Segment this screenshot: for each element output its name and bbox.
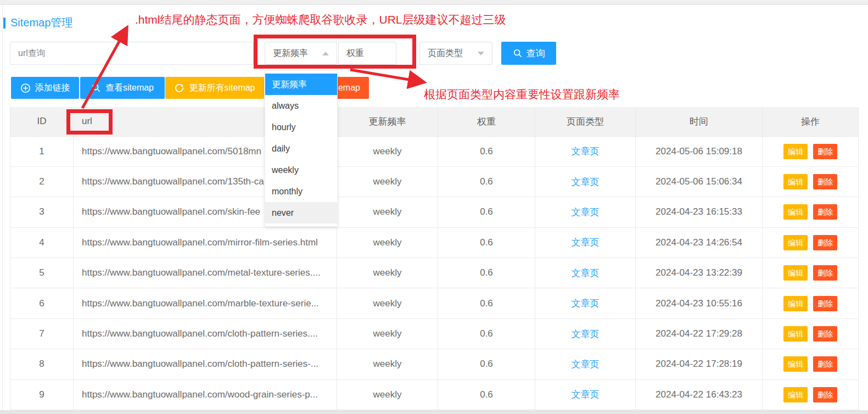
table-row: 6https://www.bangtuowallpanel.com/marble… <box>10 288 859 318</box>
table-header-row: IDurl更新频率权重页面类型时间操作 <box>10 107 859 136</box>
page-type-link[interactable]: 文章页 <box>572 237 600 248</box>
cell-weight: 0.6 <box>438 318 535 349</box>
frequency-dropdown: 更新频率alwayshourlydailyweeklymonthlynever <box>265 70 338 227</box>
cell-pagetype: 文章页 <box>535 136 636 166</box>
weight-select-label: 权重 <box>346 48 388 59</box>
cell-weight: 0.6 <box>438 136 535 166</box>
cell-weight: 0.6 <box>438 288 535 318</box>
weight-select[interactable]: 权重 <box>338 42 396 65</box>
dropdown-option[interactable]: 更新频率 <box>265 74 337 95</box>
cell-id: 7 <box>10 318 74 349</box>
search-icon <box>513 48 523 58</box>
cell-frequency: weekly <box>337 379 438 410</box>
page-type-link[interactable]: 文章页 <box>572 177 600 187</box>
title-accent-bar <box>3 18 5 29</box>
top-frame-strip <box>0 0 868 5</box>
add-link-label: 添加链接 <box>35 82 70 94</box>
cell-actions: 编辑删除 <box>763 136 859 166</box>
frequency-select[interactable]: 更新频率 <box>265 42 337 65</box>
dropdown-option[interactable]: never <box>265 202 337 223</box>
dropdown-option[interactable]: hourly <box>265 116 337 138</box>
cell-url: https://www.bangtuowallpanel.com/mirror-… <box>74 227 337 258</box>
table-row: 4https://www.bangtuowallpanel.com/mirror… <box>10 227 859 258</box>
query-button-label: 查询 <box>527 47 545 60</box>
cell-time: 2024-04-22 17:29:28 <box>636 318 763 349</box>
delete-button[interactable]: 删除 <box>813 326 837 342</box>
edit-button[interactable]: 编辑 <box>783 296 808 311</box>
plus-circle-icon <box>20 83 31 93</box>
pagetype-select[interactable]: 页面类型 <box>419 42 492 65</box>
edit-button[interactable]: 编辑 <box>783 326 808 342</box>
column-header: 更新频率 <box>337 107 438 136</box>
edit-button[interactable]: 编辑 <box>783 387 808 402</box>
url-search-input[interactable] <box>10 42 254 65</box>
page-type-link[interactable]: 文章页 <box>572 207 600 217</box>
partial-button-visible-label: emap <box>338 83 360 93</box>
delete-button[interactable]: 删除 <box>813 265 837 281</box>
cell-weight: 0.6 <box>438 227 535 258</box>
page-type-link[interactable]: 文章页 <box>572 268 600 278</box>
pagetype-select-label: 页面类型 <box>428 48 478 59</box>
chevron-down-icon <box>478 52 484 55</box>
cell-time: 2024-05-06 15:09:18 <box>636 136 763 166</box>
column-header: 时间 <box>636 107 763 136</box>
edit-button[interactable]: 编辑 <box>783 265 808 281</box>
cell-id: 4 <box>10 227 74 258</box>
cell-id: 2 <box>10 166 74 197</box>
delete-button[interactable]: 删除 <box>813 235 837 250</box>
cell-url: https://www.bangtuowallpanel.com/marble-… <box>74 288 337 318</box>
delete-button[interactable]: 删除 <box>813 356 837 372</box>
cell-weight: 0.6 <box>438 258 535 288</box>
chevron-up-icon <box>322 52 329 55</box>
dropdown-option[interactable]: monthly <box>265 181 337 202</box>
cell-id: 8 <box>10 349 74 379</box>
add-link-button[interactable]: 添加链接 <box>11 77 79 99</box>
left-frame-line <box>2 5 3 410</box>
page-title: Sitemap管理 <box>10 15 72 30</box>
cell-time: 2024-05-06 15:06:34 <box>636 166 763 197</box>
dropdown-option[interactable]: weekly <box>265 159 337 181</box>
search-icon <box>91 83 101 93</box>
annotation-frequency-hint: 根据页面类型内容重要性设置跟新频率 <box>424 87 620 102</box>
cell-weight: 0.6 <box>438 379 535 410</box>
bottom-frame-strip <box>0 410 868 414</box>
page-type-link[interactable]: 文章页 <box>572 298 600 309</box>
cell-id: 9 <box>10 379 74 410</box>
page-type-link[interactable]: 文章页 <box>572 329 600 339</box>
edit-button[interactable]: 编辑 <box>783 144 808 159</box>
sitemap-admin-page: { "page": { "title": "Sitemap管理", "annot… <box>0 0 868 414</box>
table-row: 2https://www.bangtuowallpanel.com/135th-… <box>10 166 859 197</box>
cell-pagetype: 文章页 <box>535 227 636 258</box>
cell-time: 2024-04-22 16:43:23 <box>636 379 763 410</box>
dropdown-option[interactable]: always <box>265 95 337 116</box>
page-type-link[interactable]: 文章页 <box>572 146 600 156</box>
annotation-static-pages: .html结尾的静态页面，方便蜘蛛爬取谷歌收录，URL层级建议不超过三级 <box>135 12 506 27</box>
cell-frequency: weekly <box>337 227 438 258</box>
query-button[interactable]: 查询 <box>501 42 556 65</box>
view-sitemap-button[interactable]: 查看sitemap <box>80 77 165 99</box>
delete-button[interactable]: 删除 <box>813 174 837 189</box>
edit-button[interactable]: 编辑 <box>783 174 808 189</box>
cell-actions: 编辑删除 <box>763 166 859 197</box>
cell-actions: 编辑删除 <box>763 379 859 410</box>
cell-url: https://www.bangtuowallpanel.com/cloth-p… <box>74 349 337 379</box>
table-row: 3https://www.bangtuowallpanel.com/skin-f… <box>10 197 859 227</box>
edit-button[interactable]: 编辑 <box>783 356 808 372</box>
table-row: 9https://www.bangtuowallpanel.com/wood-g… <box>10 379 859 410</box>
cell-frequency: weekly <box>337 136 438 166</box>
cell-frequency: weekly <box>337 288 438 318</box>
update-all-sitemap-button[interactable]: 更新所有sitemap <box>165 77 264 99</box>
cell-pagetype: 文章页 <box>535 166 636 197</box>
edit-button[interactable]: 编辑 <box>783 204 808 220</box>
delete-button[interactable]: 删除 <box>813 144 837 159</box>
cell-weight: 0.6 <box>438 349 535 379</box>
delete-button[interactable]: 删除 <box>813 296 837 311</box>
frequency-select-label: 更新频率 <box>273 48 322 59</box>
cell-frequency: weekly <box>337 258 438 288</box>
dropdown-option[interactable]: daily <box>265 138 337 159</box>
delete-button[interactable]: 删除 <box>813 204 837 220</box>
page-type-link[interactable]: 文章页 <box>572 389 600 400</box>
delete-button[interactable]: 删除 <box>813 387 837 402</box>
page-type-link[interactable]: 文章页 <box>572 359 600 370</box>
edit-button[interactable]: 编辑 <box>783 235 808 250</box>
